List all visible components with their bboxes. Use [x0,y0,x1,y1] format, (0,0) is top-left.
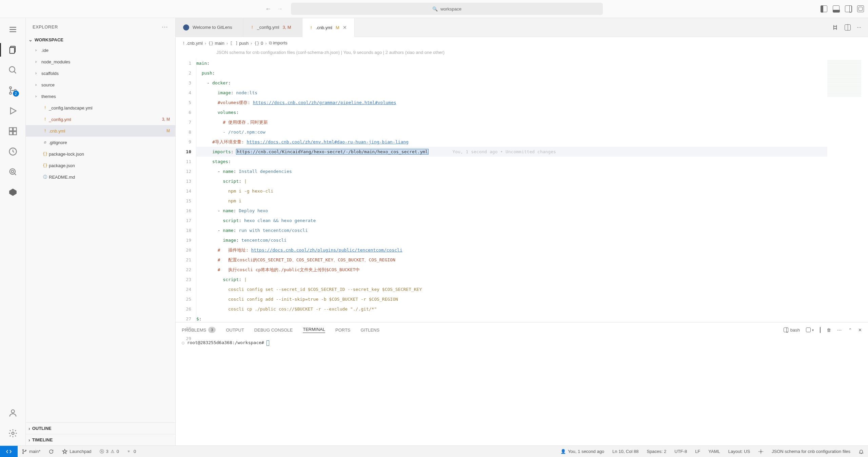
panel-more-icon[interactable]: ⋯ [837,327,842,333]
file-item[interactable]: !_config.landscape.yml [26,102,175,114]
toggle-secondary-sidebar-icon[interactable] [845,5,852,12]
status-ports[interactable]: ᯤ0 [123,449,140,454]
gitlens-activity-icon[interactable] [5,143,21,160]
breadcrumb-segment[interactable]: {} 0 [254,41,263,46]
file-item[interactable]: !.cnb.ymlM [26,125,175,137]
folder-item[interactable]: ›source [26,79,175,91]
breadcrumb-segment[interactable]: [ ] push [230,41,249,46]
customize-layout-icon[interactable] [857,5,864,12]
timeline-section-header[interactable]: › TIMELINE [26,434,175,445]
editor-tab[interactable]: !_config.yml3, M [243,18,302,37]
panel-tab-output[interactable]: OUTPUT [226,327,244,333]
folder-item[interactable]: ›node_modules [26,56,175,67]
code-line[interactable]: - name: Install dependencies [196,166,827,176]
file-item[interactable]: {}package.json [26,160,175,171]
breadcrumb[interactable]: ! .cnb.yml›{} main›[ ] push›{} 0›⧉ impor… [176,37,868,49]
status-language[interactable]: YAML [704,449,724,454]
folder-item[interactable]: ›scaffolds [26,67,175,79]
cnb-icon[interactable] [5,184,21,200]
code-line[interactable]: $: [196,314,827,322]
code-line[interactable]: script: | [196,176,827,186]
code-line[interactable]: coscli cp ./public cos://$BUCKET -r --ex… [196,304,827,314]
panel-tab-debug[interactable]: DEBUG CONSOLE [254,327,293,333]
breadcrumb-segment[interactable]: ! .cnb.yml [182,41,203,46]
code-line[interactable]: - name: run with tencentcom/coscli [196,225,827,235]
status-launchpad[interactable]: Launchpad [58,449,95,454]
editor[interactable]: 1234567891011121314151617181920212223242… [176,57,868,322]
editor-tab[interactable]: !.cnb.ymlM✕ [302,18,355,37]
code-line[interactable]: npm i -g hexo-cli [196,186,827,196]
code-line[interactable]: push: [196,68,827,78]
command-center[interactable]: 🔍 workspace [291,3,603,15]
panel-tab-terminal[interactable]: TERMINAL [303,327,325,333]
terminal-content[interactable]: ○ root@283255d6a368:/workspace# [176,337,868,445]
status-notifications[interactable] [854,449,868,454]
breadcrumb-segment[interactable]: {} main [208,41,224,46]
workspace-section-header[interactable]: ⌄ WORKSPACE [26,36,175,44]
code-line[interactable]: # 插件地址: https://docs.cnb.cool/zh/plugins… [196,245,827,255]
explorer-icon[interactable] [5,42,21,58]
toggle-panel-icon[interactable] [833,5,840,12]
search-activity-icon[interactable] [5,62,21,78]
remote-indicator[interactable] [0,446,18,457]
code-line[interactable]: # 执行coscli cp将本地的./public文件夹上传到$COS_BUCK… [196,265,827,275]
status-spaces[interactable]: Spaces: 2 [643,449,670,454]
folder-item[interactable]: ›themes [26,91,175,102]
code-line[interactable]: - docker: [196,78,827,88]
code-line[interactable]: npm i [196,196,827,206]
code-line[interactable]: #导入环境变量: https://docs.cnb.cool/zh/env.ht… [196,137,827,147]
nav-back-icon[interactable]: ← [265,5,271,13]
code-content[interactable]: main: push: - docker: image: node:lts #v… [196,57,827,322]
status-problems[interactable]: ⓧ3 ⚠0 [96,449,123,455]
accounts-icon[interactable] [5,405,21,421]
code-line[interactable]: image: tencentcom/coscli [196,235,827,245]
status-layout[interactable]: Layout: US [724,449,754,454]
panel-tab-gitlens[interactable]: GITLENS [361,327,380,333]
split-terminal-icon[interactable] [820,327,821,333]
settings-icon[interactable] [5,425,21,441]
breadcrumb-segment[interactable]: ⧉ imports [269,40,288,46]
code-line[interactable]: #volumes缓存: https://docs.cnb.cool/zh/gra… [196,98,827,107]
run-debug-icon[interactable] [5,103,21,119]
status-branch[interactable]: main* [18,449,44,454]
file-item[interactable]: !_config.yml3, M [26,114,175,125]
status-cursor[interactable]: Ln 10, Col 88 [608,449,643,454]
code-line[interactable]: stages: [196,157,827,166]
code-line[interactable]: imports: https://cnb.cool/KincaidYang/he… [196,147,827,157]
status-blame[interactable]: 👤 You, 1 second ago [556,449,608,454]
status-eol[interactable]: LF [691,449,704,454]
gitlens-inspect-icon[interactable] [5,164,21,180]
outline-section-header[interactable]: › OUTLINE [26,422,175,434]
minimap-region[interactable] [827,57,868,322]
close-panel-icon[interactable]: ✕ [858,327,862,333]
panel-tab-ports[interactable]: PORTS [335,327,351,333]
folder-item[interactable]: ›.ide [26,44,175,56]
source-control-icon[interactable]: 2 [5,82,21,99]
nav-forward-icon[interactable]: → [277,5,283,13]
split-editor-icon[interactable] [845,24,851,31]
toggle-primary-sidebar-icon[interactable] [821,5,827,12]
code-line[interactable]: - /root/.npm:cow [196,127,827,137]
minimap[interactable] [827,60,861,97]
tab-more-icon[interactable]: ⋯ [857,25,862,30]
new-terminal-icon[interactable]: ▾ [806,327,814,332]
menu-icon[interactable] [5,21,21,38]
code-line[interactable]: coscli config add --init-skip=true -b $C… [196,294,827,304]
code-line[interactable]: script: | [196,275,827,284]
code-line[interactable]: coscli config set --secret_id $COS_SECRE… [196,284,827,294]
file-item[interactable]: ∅.gitignore [26,137,175,148]
code-line[interactable]: image: node:lts [196,88,827,98]
code-line[interactable]: # 配置coscli的COS_SECRET_ID、COS_SECRET_KEY、… [196,255,827,265]
code-line[interactable]: volumes: [196,107,827,117]
editor-tab[interactable]: Welcome to GitLens [176,18,243,37]
sidebar-more-icon[interactable]: ⋯ [162,23,169,31]
code-line[interactable]: - name: Deploy hexo [196,206,827,216]
status-sync[interactable] [44,449,58,454]
code-line[interactable]: main: [196,58,827,68]
terminal-profile-label[interactable]: bash [784,327,800,333]
close-tab-icon[interactable]: ✕ [343,25,347,30]
file-item[interactable]: ⓘREADME.md [26,171,175,183]
kill-terminal-icon[interactable]: 🗑 [827,327,831,333]
status-encoding[interactable]: UTF-8 [670,449,691,454]
maximize-panel-icon[interactable]: ⌃ [848,327,852,333]
